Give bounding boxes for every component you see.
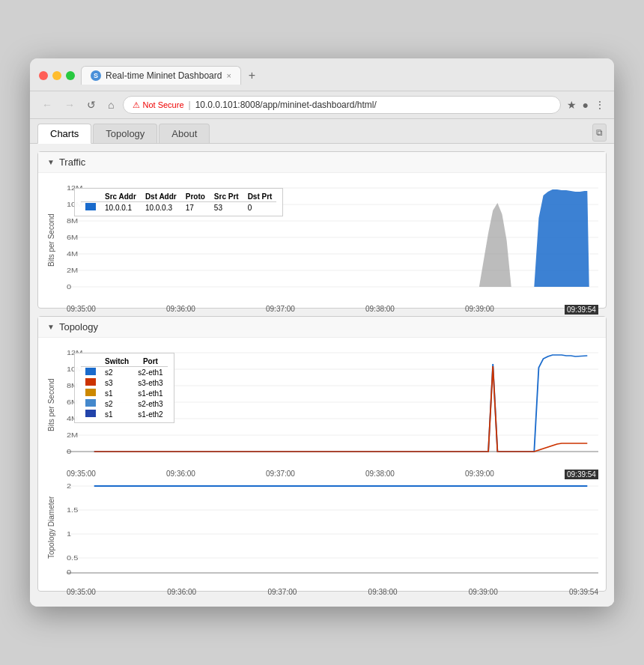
main-area: ▼ Traffic Bits per Second <box>30 144 614 607</box>
topo-port-0: s2-eth1 <box>133 367 167 378</box>
security-indicator: ⚠ Not Secure <box>133 100 183 110</box>
back-button[interactable]: ← <box>39 97 55 112</box>
svg-text:0.5: 0.5 <box>67 554 79 562</box>
topology-bandwidth-chart: Switch Port s2 <box>67 345 598 465</box>
tab-title: Real-time Mininet Dashboard <box>106 70 222 81</box>
diameter-chart-inner: 2 1.5 1 0.5 0 09:35: <box>67 471 598 583</box>
home-button[interactable]: ⌂ <box>105 97 117 112</box>
topo-port-3: s2-eth3 <box>133 398 167 409</box>
diam-x-tick-6: 09:39:54 <box>569 588 598 596</box>
topo-color-4 <box>85 410 96 417</box>
legend-header-dst-addr: Dst Addr <box>141 192 181 202</box>
diam-x-tick-2: 09:36:00 <box>167 588 196 596</box>
new-tab-button[interactable]: + <box>244 67 260 84</box>
topology-section-header: ▼ Topology <box>38 317 606 338</box>
topo-port-4: s1-eth2 <box>133 409 167 419</box>
bookmark-icon[interactable]: ★ <box>567 99 577 111</box>
svg-text:2M: 2M <box>67 267 78 274</box>
address-bar: ← → ↺ ⌂ ⚠ Not Secure | 10.0.0.101:8008/a… <box>30 91 614 119</box>
not-secure-label: Not Secure <box>142 100 183 109</box>
topo-color-1 <box>85 378 96 386</box>
topo-legend-row-3: s2 s2-eth3 <box>81 398 168 409</box>
x-tick-5: 09:39:00 <box>465 305 494 315</box>
address-input[interactable]: ⚠ Not Secure | 10.0.0.101:8008/app/minin… <box>123 96 560 114</box>
tab-charts[interactable]: Charts <box>37 124 91 144</box>
topo-legend-port-header: Port <box>133 356 167 367</box>
traffic-x-axis: 09:35:00 09:36:00 09:37:00 09:38:00 09:3… <box>67 303 598 315</box>
app-tabs: Charts Topology About ⧉ <box>30 119 614 144</box>
svg-text:4M: 4M <box>67 250 78 258</box>
traffic-title: Traffic <box>59 157 85 168</box>
diam-x-tick-4: 09:38:00 <box>368 588 398 596</box>
legend-dst-addr: 10.0.0.3 <box>141 202 181 213</box>
topology-legend: Switch Port s2 <box>74 353 174 423</box>
topo-switch-3: s2 <box>100 398 133 409</box>
legend-src-addr: 10.0.0.1 <box>100 202 141 213</box>
topo-color-2 <box>85 389 96 396</box>
svg-text:8M: 8M <box>67 217 78 225</box>
svg-text:1.5: 1.5 <box>67 506 79 514</box>
tab-about[interactable]: About <box>159 124 210 143</box>
topology-section-body: Bits per Second Switch <box>38 338 606 591</box>
svg-marker-14 <box>479 203 511 287</box>
topo-color-3 <box>85 399 96 407</box>
traffic-lights <box>39 71 75 80</box>
legend-color-swatch <box>85 203 96 210</box>
topology-arrow-icon: ▼ <box>47 323 55 331</box>
forward-button[interactable]: → <box>61 97 78 112</box>
url-text: 10.0.0.101:8008/app/mininet-dashboard/ht… <box>195 100 377 110</box>
topology-section: ▼ Topology Bits per Second <box>37 316 607 592</box>
x-tick-last: 09:39:54 <box>565 305 598 315</box>
diam-x-tick-5: 09:39:00 <box>469 588 498 596</box>
topo-legend-row-4: s1 s1-eth2 <box>81 409 168 419</box>
tab-favicon: S <box>91 70 101 81</box>
x-tick-1: 09:35:00 <box>67 305 96 315</box>
diameter-x-axis: 09:35:00 09:36:00 09:37:00 09:38:00 09:3… <box>67 586 598 596</box>
legend-dst-prt: 0 <box>243 202 277 213</box>
topology-title: Topology <box>59 321 98 332</box>
svg-text:0: 0 <box>67 283 72 291</box>
page-content: Charts Topology About ⧉ ▼ Traffic B <box>30 119 614 607</box>
tab-topology[interactable]: Topology <box>93 124 157 143</box>
topo-color-0 <box>85 368 96 375</box>
svg-text:0: 0 <box>67 568 72 576</box>
traffic-legend: Src Addr Dst Addr Proto Src Prt Dst Prt <box>74 188 283 216</box>
legend-header-src-addr: Src Addr <box>100 192 141 202</box>
topo-switch-1: s3 <box>100 377 133 388</box>
legend-proto: 17 <box>181 202 210 213</box>
tab-bar: S Real-time Mininet Dashboard × + <box>81 66 605 85</box>
traffic-chart-inner: Src Addr Dst Addr Proto Src Prt Dst Prt <box>67 180 598 300</box>
close-button[interactable] <box>39 71 48 80</box>
x-tick-3: 09:37:00 <box>266 305 295 315</box>
diameter-chart: 2 1.5 1 0.5 0 09:35: <box>67 479 598 583</box>
refresh-button[interactable]: ↺ <box>84 97 99 112</box>
topo-legend-row-1: s3 s3-eth3 <box>81 377 168 388</box>
tab-close-button[interactable]: × <box>226 71 231 80</box>
topology-bandwidth-chart-container: Bits per Second Switch <box>46 345 598 465</box>
traffic-legend-row: 10.0.0.1 10.0.0.3 17 53 0 <box>81 202 276 213</box>
diameter-svg: 2 1.5 1 0.5 0 <box>67 479 598 583</box>
menu-icon[interactable]: ⋮ <box>595 99 605 111</box>
legend-header-proto: Proto <box>181 192 210 202</box>
minimize-button[interactable] <box>52 71 61 80</box>
svg-marker-15 <box>534 189 589 287</box>
resize-button[interactable]: ⧉ <box>592 124 607 142</box>
topo-port-1: s3-eth3 <box>133 377 167 388</box>
topo-legend-row-2: s1 s1-eth1 <box>81 388 168 398</box>
traffic-y-axis-label: Bits per Second <box>46 180 67 300</box>
svg-text:1: 1 <box>67 530 72 538</box>
browser-tab[interactable]: S Real-time Mininet Dashboard × <box>81 66 241 85</box>
x-tick-4: 09:38:00 <box>365 305 395 315</box>
x-tick-2: 09:36:00 <box>166 305 195 315</box>
browser-icons: ★ ● ⋮ <box>567 99 605 111</box>
diameter-y-axis-label: Topology Diameter <box>46 471 67 583</box>
topology-diameter-chart-container: Topology Diameter <box>46 471 598 583</box>
traffic-arrow-icon: ▼ <box>47 158 55 166</box>
svg-text:2: 2 <box>67 482 72 490</box>
account-icon[interactable]: ● <box>583 99 589 111</box>
legend-header-src-prt: Src Prt <box>210 192 243 202</box>
diam-x-tick-3: 09:37:00 <box>267 588 297 596</box>
traffic-section-header: ▼ Traffic <box>38 152 606 173</box>
maximize-button[interactable] <box>66 71 75 80</box>
svg-text:6M: 6M <box>67 234 78 241</box>
